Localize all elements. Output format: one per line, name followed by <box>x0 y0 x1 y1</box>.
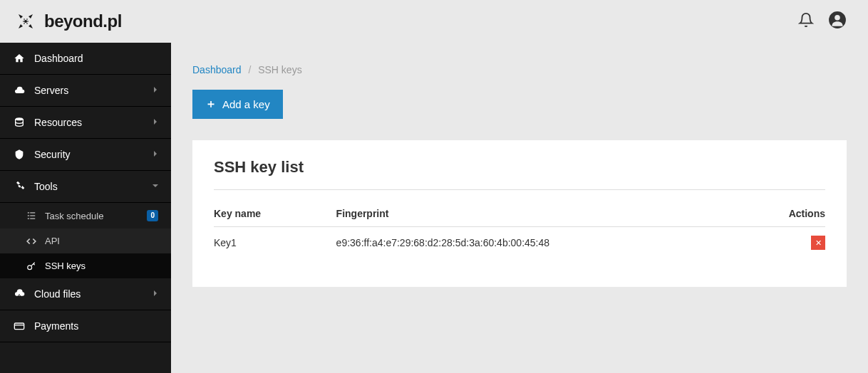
nav-label: Cloud files <box>34 288 153 300</box>
nav-label: Servers <box>34 85 153 96</box>
sidebar-item-security[interactable]: Security <box>0 139 171 171</box>
key-icon <box>25 261 38 271</box>
svg-point-3 <box>16 117 24 120</box>
col-fingerprint: Fingerprint <box>336 201 765 227</box>
close-icon: ✕ <box>815 239 822 247</box>
col-actions: Actions <box>764 201 825 227</box>
svg-rect-9 <box>30 219 35 219</box>
sidebar-item-cloud-files[interactable]: Cloud files <box>0 278 171 310</box>
sidebar-item-resources[interactable]: Resources <box>0 107 171 139</box>
code-icon <box>25 236 38 246</box>
delete-key-button[interactable]: ✕ <box>811 236 825 250</box>
svg-rect-7 <box>30 215 35 216</box>
sidebar-subitem-ssh-keys[interactable]: SSH keys <box>0 253 171 278</box>
breadcrumb: Dashboard / SSH keys <box>192 64 847 75</box>
sidebar-subitem-api[interactable]: API <box>0 228 171 253</box>
chevron-right-icon <box>153 150 158 159</box>
ssh-key-panel: SSH key list Key name Fingerprint Action… <box>192 140 847 287</box>
nav-label: Tools <box>34 181 153 192</box>
sidebar-subitem-task-schedule[interactable]: Task schedule 0 <box>0 203 171 228</box>
plus-icon: ＋ <box>205 97 217 112</box>
svg-point-10 <box>28 265 32 269</box>
nav-label: Payments <box>34 320 158 332</box>
svg-rect-5 <box>30 212 35 213</box>
user-avatar-icon[interactable] <box>828 11 847 32</box>
notifications-icon[interactable] <box>798 12 814 31</box>
nav-label: Dashboard <box>34 53 158 64</box>
svg-point-0 <box>24 20 27 23</box>
wrench-icon <box>13 181 26 192</box>
app-header: beyond.pl <box>0 0 868 43</box>
nav-label: Resources <box>34 117 153 128</box>
home-icon <box>13 53 26 64</box>
cloud-download-icon <box>13 288 26 300</box>
chevron-down-icon <box>153 182 158 191</box>
shield-icon <box>13 149 26 160</box>
cell-actions: ✕ <box>764 227 825 259</box>
table-row: Key1 e9:36:ff:a4:e7:29:68:d2:28:5d:3a:60… <box>214 227 825 259</box>
logo-text: beyond.pl <box>44 11 122 31</box>
chevron-right-icon <box>153 86 158 95</box>
svg-rect-11 <box>14 323 24 330</box>
header-actions <box>798 11 847 32</box>
svg-rect-8 <box>28 219 29 219</box>
add-key-button[interactable]: ＋ Add a key <box>192 90 283 119</box>
sidebar-item-servers[interactable]: Servers <box>0 75 171 107</box>
cloud-icon <box>13 85 26 96</box>
sidebar: Dashboard Servers Resources Security Too… <box>0 43 171 373</box>
cell-fingerprint: e9:36:ff:a4:e7:29:68:d2:28:5d:3a:60:4b:0… <box>336 227 765 259</box>
chevron-right-icon <box>153 290 158 298</box>
panel-title: SSH key list <box>214 158 825 177</box>
badge-count: 0 <box>147 210 158 221</box>
card-icon <box>13 320 26 332</box>
svg-point-2 <box>835 15 840 21</box>
add-key-label: Add a key <box>222 98 270 110</box>
database-icon <box>13 117 26 128</box>
breadcrumb-separator: / <box>248 64 251 75</box>
chevron-right-icon <box>153 118 158 127</box>
sidebar-item-payments[interactable]: Payments <box>0 310 171 342</box>
breadcrumb-current: SSH keys <box>258 64 301 75</box>
ssh-key-table: Key name Fingerprint Actions Key1 e9:36:… <box>214 201 825 258</box>
subitem-label: SSH keys <box>45 261 158 271</box>
subitem-label: API <box>45 236 158 246</box>
main-content: Dashboard / SSH keys ＋ Add a key SSH key… <box>171 43 868 373</box>
divider <box>214 189 825 190</box>
logo-icon <box>14 10 37 33</box>
breadcrumb-root[interactable]: Dashboard <box>192 64 242 75</box>
sidebar-item-tools[interactable]: Tools <box>0 171 171 203</box>
subitem-label: Task schedule <box>45 211 147 221</box>
col-key-name: Key name <box>214 201 336 227</box>
nav-label: Security <box>34 149 153 160</box>
logo[interactable]: beyond.pl <box>14 10 122 33</box>
cell-key-name: Key1 <box>214 227 336 259</box>
list-icon <box>25 211 38 221</box>
sidebar-item-dashboard[interactable]: Dashboard <box>0 43 171 75</box>
svg-rect-6 <box>28 215 29 216</box>
svg-rect-4 <box>28 212 29 213</box>
